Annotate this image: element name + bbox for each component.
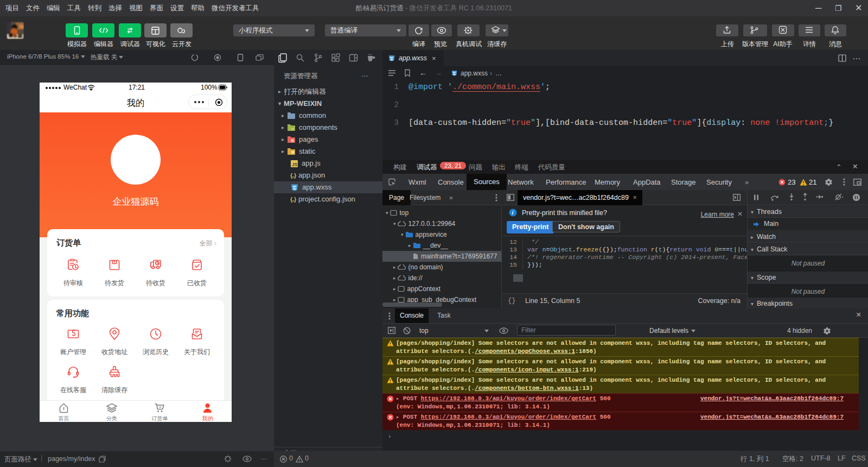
svg-text:i: i [512, 210, 514, 216]
svg-text:JS: JS [292, 161, 298, 167]
svg-text:n: n [291, 127, 293, 131]
